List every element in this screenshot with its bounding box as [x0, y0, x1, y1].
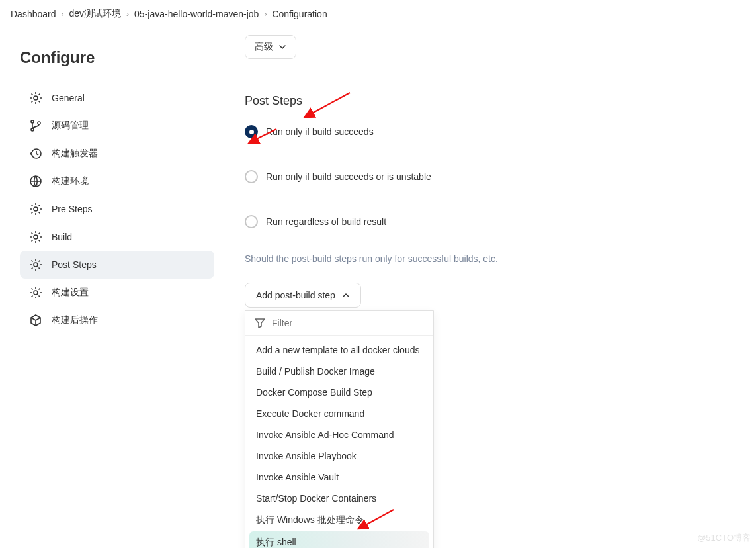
help-text: Should the post-build steps run only for… [245, 253, 736, 264]
radio-button[interactable] [245, 170, 258, 183]
dropdown-item[interactable]: Invoke Ansible Vault [249, 467, 429, 488]
package-icon [29, 314, 42, 327]
breadcrumb-link[interactable]: Configuration [272, 9, 327, 19]
gear-icon [29, 286, 42, 299]
sidebar-item-label: General [52, 93, 85, 103]
sidebar-item-label: Build [52, 232, 72, 242]
breadcrumb-link[interactable]: 05-java-hello-world-maven-job [134, 9, 259, 19]
svg-point-9 [34, 291, 38, 295]
main-content: 高级 Post Steps Run only if build succeeds… [225, 28, 756, 334]
dropdown-item[interactable]: Invoke Ansible Playbook [249, 445, 429, 467]
advanced-button[interactable]: 高级 [245, 35, 296, 59]
svg-point-3 [38, 122, 40, 124]
watermark: @51CTO博客 [697, 532, 751, 544]
svg-point-2 [31, 128, 34, 131]
add-button-label: Add post-build step [256, 290, 335, 300]
dropdown-item[interactable]: Invoke Ansible Ad-Hoc Command [249, 424, 429, 445]
sidebar-item-label: 构建后操作 [52, 314, 98, 326]
dropdown-item[interactable]: Build / Publish Docker Image [249, 361, 429, 382]
page-title: Configure [20, 48, 214, 67]
gear-icon [29, 258, 42, 271]
chevron-up-icon [342, 291, 350, 299]
svg-point-1 [31, 120, 34, 123]
branch-icon [29, 119, 42, 132]
breadcrumb-link[interactable]: dev测试环境 [69, 8, 122, 20]
section-title: Post Steps [245, 94, 736, 108]
add-post-build-step-button[interactable]: Add post-build step [245, 283, 361, 308]
gear-icon [29, 203, 42, 216]
sidebar-item[interactable]: 构建设置 [20, 279, 214, 306]
filter-icon [255, 318, 265, 328]
advanced-button-label: 高级 [255, 41, 273, 53]
breadcrumb-link[interactable]: Dashboard [11, 9, 56, 19]
history-icon [29, 147, 42, 160]
dropdown-item[interactable]: Execute Docker command [249, 403, 429, 424]
svg-point-7 [34, 235, 38, 239]
radio-option: Run only if build succeeds or is unstabl… [245, 170, 736, 183]
sidebar-item[interactable]: General [20, 84, 214, 112]
svg-point-0 [34, 96, 38, 100]
sidebar-item-label: 构建触发器 [52, 148, 98, 160]
chevron-down-icon [278, 43, 286, 51]
sidebar-item[interactable]: Build [20, 223, 214, 251]
sidebar-item[interactable]: 源码管理 [20, 112, 214, 140]
gear-icon [29, 230, 42, 244]
radio-label[interactable]: Run only if build succeeds or is unstabl… [266, 171, 431, 182]
radio-option: Run only if build succeeds [245, 125, 736, 138]
radio-button[interactable] [245, 125, 258, 138]
radio-label[interactable]: Run only if build succeeds [266, 126, 374, 137]
sidebar-item[interactable]: 构建后操作 [20, 306, 214, 334]
sidebar: Configure General源码管理构建触发器构建环境Pre StepsB… [0, 28, 225, 334]
breadcrumb: Dashboard›dev测试环境›05-java-hello-world-ma… [0, 0, 756, 28]
divider [245, 75, 736, 75]
sidebar-item[interactable]: Post Steps [20, 251, 214, 279]
sidebar-item-label: 源码管理 [52, 120, 89, 132]
radio-button[interactable] [245, 215, 258, 228]
sidebar-item-label: Pre Steps [52, 204, 92, 214]
dropdown-filter-row [245, 311, 433, 336]
dropdown-item[interactable]: 执行 Windows 批处理命令 [249, 509, 429, 531]
dropdown-filter-input[interactable] [272, 318, 424, 328]
chevron-right-icon: › [62, 9, 64, 19]
gear-icon [29, 91, 42, 105]
dropdown-item[interactable]: Docker Compose Build Step [249, 382, 429, 403]
sidebar-item[interactable]: Pre Steps [20, 195, 214, 223]
dropdown-item[interactable]: Start/Stop Docker Containers [249, 488, 429, 509]
dropdown-item[interactable]: Add a new template to all docker clouds [249, 340, 429, 361]
sidebar-item-label: 构建环境 [52, 175, 89, 187]
svg-point-8 [34, 263, 38, 267]
sidebar-item-label: Post Steps [52, 259, 97, 270]
svg-point-6 [34, 207, 38, 211]
chevron-right-icon: › [264, 9, 267, 19]
dropdown-item[interactable]: 执行 shell [249, 531, 429, 548]
sidebar-item[interactable]: 构建环境 [20, 167, 214, 195]
sidebar-item[interactable]: 构建触发器 [20, 140, 214, 167]
sidebar-item-label: 构建设置 [52, 287, 89, 298]
chevron-right-icon: › [126, 9, 129, 19]
add-step-dropdown: Add a new template to all docker cloudsB… [245, 310, 434, 548]
radio-label[interactable]: Run regardless of build result [266, 216, 386, 227]
radio-option: Run regardless of build result [245, 215, 736, 228]
globe-icon [29, 175, 42, 188]
